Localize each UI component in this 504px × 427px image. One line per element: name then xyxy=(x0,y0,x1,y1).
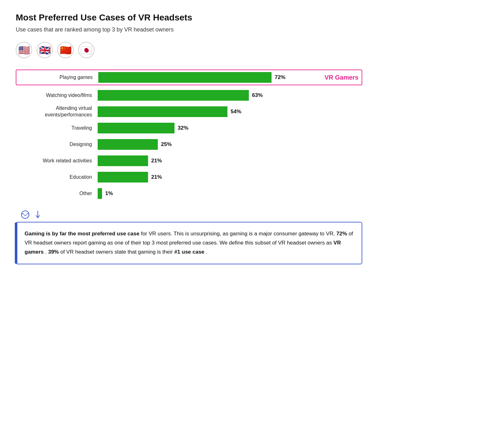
bar-area-watching: 63% xyxy=(98,90,362,101)
insight-text-5: . xyxy=(206,249,208,255)
bar-row-education: Education 21% xyxy=(16,170,362,184)
bar-fill-watching xyxy=(98,90,249,101)
bar-fill-designing xyxy=(98,139,158,150)
bar-fill-education xyxy=(98,172,148,183)
bar-area-events: 54% xyxy=(98,106,362,117)
page-title: Most Preferred Use Cases of VR Headsets xyxy=(16,13,362,23)
bar-area-designing: 25% xyxy=(98,139,362,150)
bar-area-other: 1% xyxy=(98,188,362,199)
bar-fill-playing-games xyxy=(98,72,272,83)
bar-area-traveling: 32% xyxy=(98,123,362,133)
bar-fill-traveling xyxy=(98,123,175,133)
bar-row-designing: Designing 25% xyxy=(16,138,362,151)
insight-bold-72: 72% xyxy=(336,231,347,237)
bar-chart: Playing games 72% VR Gamers Watching vid… xyxy=(16,70,362,200)
insight-text-3: . xyxy=(45,249,48,255)
bar-row-watching: Watching video/films 63% xyxy=(16,88,362,102)
bar-label-events: Attending virtual events/performances xyxy=(16,105,98,118)
insight-text-1: for VR users. This is unsurprising, as g… xyxy=(141,231,336,237)
bar-pct-playing-games: 72% xyxy=(275,74,285,81)
flag-uk[interactable]: 🇬🇧 xyxy=(37,42,53,58)
insight-box: Gaming is by far the most preferred use … xyxy=(16,222,362,264)
bar-row-playing-games: Playing games 72% VR Gamers xyxy=(16,70,362,85)
bar-label-designing: Designing xyxy=(16,141,98,148)
bar-area-education: 21% xyxy=(98,172,362,183)
bar-area-work: 21% xyxy=(98,155,362,166)
bar-row-work: Work related activities 21% xyxy=(16,154,362,168)
bar-label-other: Other xyxy=(16,190,98,197)
insight-text: Gaming is by far the most preferred use … xyxy=(25,229,353,257)
bar-pct-events: 54% xyxy=(231,109,241,115)
vr-gamers-annotation: VR Gamers xyxy=(324,74,358,81)
bar-fill-events xyxy=(98,106,227,117)
bar-pct-education: 21% xyxy=(151,174,162,180)
bar-pct-work: 21% xyxy=(151,158,162,164)
insight-bold-39: 39% xyxy=(48,249,59,255)
bar-area-playing-games: 72% xyxy=(98,72,319,83)
arrow-down-icon xyxy=(35,211,41,218)
wave-icon xyxy=(16,210,35,219)
bar-pct-traveling: 32% xyxy=(178,125,188,131)
bar-pct-designing: 25% xyxy=(161,141,172,148)
insight-bold-1-use-case: #1 use case xyxy=(174,249,204,255)
bar-fill-other xyxy=(98,188,102,199)
insight-text-4: of VR headset owners state that gaming i… xyxy=(60,249,174,255)
bar-row-events: Attending virtual events/performances 54… xyxy=(16,105,362,119)
bar-label-education: Education xyxy=(16,174,98,181)
flag-row: 🇺🇸 🇬🇧 🇨🇳 🇯🇵 xyxy=(16,42,362,58)
flag-cn[interactable]: 🇨🇳 xyxy=(57,42,74,58)
bar-pct-other: 1% xyxy=(105,190,113,197)
bar-label-traveling: Traveling xyxy=(16,125,98,132)
insight-bold-start: Gaming is by far the most preferred use … xyxy=(25,231,140,237)
flag-us[interactable]: 🇺🇸 xyxy=(16,42,32,58)
insight-left-bar xyxy=(15,222,17,264)
bar-label-playing-games: Playing games xyxy=(16,74,98,81)
bar-label-watching: Watching video/films xyxy=(16,92,98,99)
svg-point-0 xyxy=(21,211,29,218)
bar-pct-watching: 63% xyxy=(252,92,263,98)
bar-row-other: Other 1% xyxy=(16,187,362,200)
bar-label-work: Work related activities xyxy=(16,158,98,164)
subtitle: Use cases that are ranked among top 3 by… xyxy=(16,26,362,33)
flag-jp[interactable]: 🇯🇵 xyxy=(78,42,94,58)
bar-row-traveling: Traveling 32% xyxy=(16,121,362,135)
wave-annotation xyxy=(16,210,362,219)
bar-fill-work xyxy=(98,155,148,166)
